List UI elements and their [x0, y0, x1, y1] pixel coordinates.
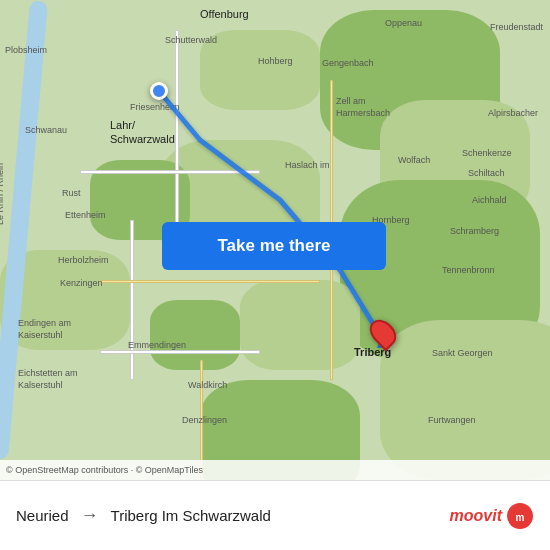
road — [80, 170, 260, 174]
moovit-logo-icon: m — [506, 502, 534, 530]
attribution-bar: © OpenStreetMap contributors · © OpenMap… — [0, 460, 550, 480]
forest-patch — [240, 280, 360, 370]
attribution-text: © OpenStreetMap contributors · © OpenMap… — [6, 465, 203, 475]
map-container: Plobsheim Offenburg Oppenau Freudenstadt… — [0, 0, 550, 480]
forest-patch — [200, 30, 320, 110]
moovit-brand-name: moovit — [450, 507, 502, 525]
origin-label: Neuried — [16, 507, 69, 524]
bottom-bar: Neuried → Triberg Im Schwarzwald moovit … — [0, 480, 550, 550]
destination-label: Triberg Im Schwarzwald — [111, 507, 271, 524]
forest-patch — [380, 320, 550, 480]
road — [100, 280, 320, 283]
svg-text:m: m — [516, 512, 525, 523]
direction-arrow-icon: → — [81, 505, 99, 526]
road — [175, 30, 179, 230]
road — [100, 350, 260, 354]
forest-patch — [150, 300, 240, 370]
take-me-there-button[interactable]: Take me there — [162, 222, 386, 270]
road — [130, 220, 134, 380]
origin-marker — [150, 82, 168, 100]
moovit-logo: moovit m — [450, 502, 534, 530]
destination-marker — [372, 318, 394, 348]
